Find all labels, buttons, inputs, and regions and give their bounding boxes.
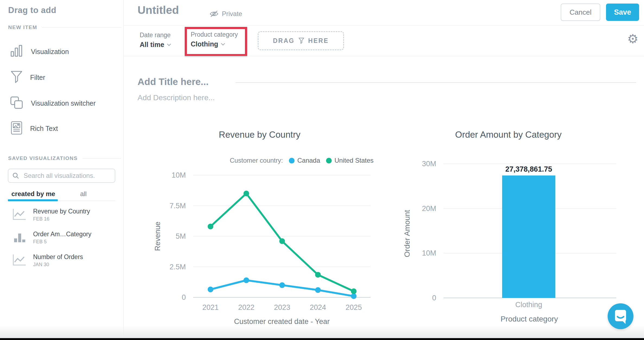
tab-all[interactable]: all [80,190,87,198]
sidebar: Drag to add NEW ITEM Visualization Filte… [0,0,124,340]
new-item-section-label: NEW ITEM [8,24,37,30]
bottom-black-strip [0,338,644,340]
line-chart-icon [12,253,27,267]
saved-item-order-amount-category[interactable]: Order Am…Category FEB 5 [12,231,91,245]
header-divider [124,25,644,26]
saved-item-title: Number of Orders [33,253,83,261]
svg-text:7.5M: 7.5M [170,202,186,210]
sidebar-item-visualization[interactable]: Visualization [10,44,69,59]
filter-drop-zone[interactable]: DRAG HERE [258,31,344,50]
svg-text:Customer created date - Year: Customer created date - Year [234,317,330,326]
svg-text:0: 0 [432,294,436,302]
svg-text:0: 0 [182,293,186,301]
title-rule-line [235,82,636,83]
svg-text:27,378,861.75: 27,378,861.75 [505,165,552,173]
gear-icon[interactable]: ⚙ [627,33,638,45]
filter-label: Product category [191,31,238,38]
chevron-down-icon [221,43,225,46]
funnel-icon [11,70,23,84]
filter-bar-divider [124,56,644,56]
svg-text:20M: 20M [422,204,436,213]
sidebar-item-rich-text[interactable]: Rich Text [10,121,58,136]
svg-text:2022: 2022 [238,303,254,311]
filter-value: Clothing [191,40,218,48]
svg-text:2.5M: 2.5M [170,263,186,271]
svg-text:2025: 2025 [346,303,362,311]
data-point [315,272,321,278]
line-chart-icon [12,208,27,222]
sidebar-item-label: Rich Text [30,125,58,133]
data-point [351,288,357,294]
active-tab-underline [8,199,58,201]
saved-item-title: Order Am…Category [33,231,91,238]
intercom-chat-button[interactable] [608,303,633,329]
saved-item-number-of-orders[interactable]: Number of Orders JAN 30 [12,253,83,267]
svg-text:Product category: Product category [500,315,558,323]
chat-bubble-icon [608,303,633,329]
legend-dot [326,158,332,163]
bar-chart-outline-icon [10,44,23,59]
data-point [244,278,249,283]
svg-text:10M: 10M [171,171,186,179]
data-point [315,287,321,293]
dashboard-title[interactable]: Untitled [138,4,179,17]
search-box [8,169,115,183]
order-amount-by-category-bar-chart: 010M20M30M27,378,861.75ClothingProduct c… [404,158,621,329]
annotation-highlight-box: Product category Clothing [185,27,247,56]
data-point [244,191,249,196]
data-point [208,287,213,292]
saved-section-header: SAVED VISUALIZATIONS [8,155,121,161]
eye-off-icon [209,10,219,18]
bar-clothing [502,175,555,298]
sidebar-item-visualization-switcher[interactable]: Visualization switcher [10,95,96,111]
drop-zone-text: DRAG [273,37,295,45]
cancel-button[interactable]: Cancel [561,4,600,21]
filter-label: Date range [140,32,171,39]
sidebar-item-label: Visualization [31,48,69,56]
filter-value: All time [140,41,164,49]
save-button[interactable]: Save [606,4,639,21]
sidebar-item-label: Filter [30,74,45,81]
svg-text:2024: 2024 [310,303,326,311]
data-point [208,224,213,229]
svg-text:2023: 2023 [274,303,290,311]
drop-zone-text: HERE [308,37,329,45]
data-point [279,238,285,244]
svg-text:30M: 30M [422,160,436,168]
privacy-indicator[interactable]: Private [209,10,242,18]
dashboard-title-placeholder[interactable]: Add Title here... [138,76,209,87]
revenue-by-country-line-chart: 02.5M5M7.5M10M20212022202320242025Custom… [152,163,380,327]
section-divider [82,158,121,159]
filter-product-category[interactable]: Product category Clothing [191,31,238,48]
saved-item-revenue-by-country[interactable]: Revenue by Country FEB 16 [12,208,90,222]
data-point [351,293,357,299]
sidebar-item-filter[interactable]: Filter [10,70,45,85]
tab-created-by-me[interactable]: created by me [11,190,55,198]
search-icon [12,172,19,179]
section-divider [42,27,121,28]
legend-dot [289,158,295,163]
bar-chart-title: Order Amount by Category [455,130,562,140]
funnel-icon [298,37,304,44]
dashboard-builder-app: Drag to add NEW ITEM Visualization Filte… [0,0,644,340]
svg-text:2021: 2021 [202,303,219,311]
saved-item-date: FEB 16 [33,216,90,222]
search-input[interactable] [23,172,111,180]
sidebar-title: Drag to add [8,5,56,15]
svg-text:5M: 5M [176,232,186,240]
svg-text:Revenue: Revenue [154,222,162,251]
saved-section-label: SAVED VISUALIZATIONS [8,155,78,161]
line-chart-title: Revenue by Country [219,130,301,140]
svg-text:Order Amount: Order Amount [404,210,411,257]
saved-item-title: Revenue by Country [33,208,90,215]
filter-date-range[interactable]: Date range All time [140,32,171,49]
tab-baseline [58,201,115,201]
data-point [279,282,285,288]
chevron-down-icon [167,43,171,46]
sidebar-item-label: Visualization switcher [31,99,96,107]
dashboard-description-placeholder[interactable]: Add Description here... [138,93,215,102]
saved-item-date: JAN 30 [33,262,83,267]
saved-item-date: FEB 5 [33,239,91,245]
saved-tabs: created by me all [11,190,87,198]
privacy-label: Private [222,10,242,18]
